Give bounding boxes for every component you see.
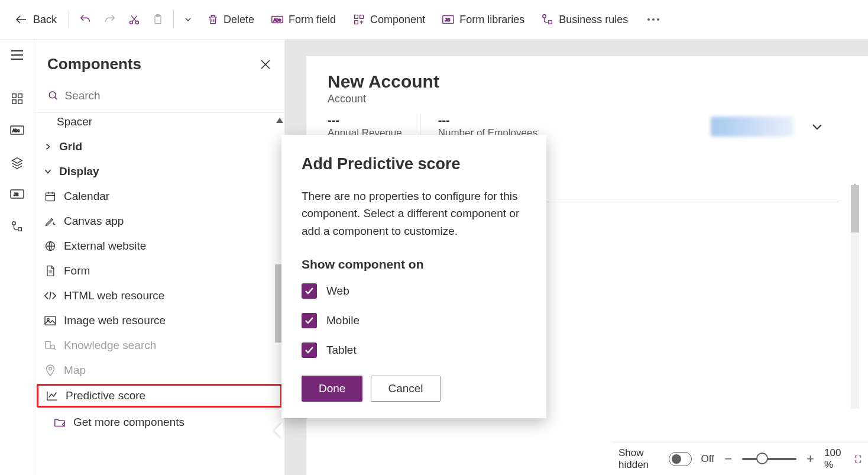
item-image[interactable]: Image web resource (34, 308, 284, 333)
component-button[interactable]: Component (344, 9, 433, 31)
checkbox-checked-icon (302, 313, 317, 328)
business-rules-button[interactable]: Business rules (533, 8, 636, 31)
pen-icon (44, 215, 57, 228)
form-scrollbar[interactable] (851, 185, 859, 409)
check-tablet[interactable]: Tablet (302, 342, 526, 358)
item-form[interactable]: Form (34, 258, 284, 283)
svg-point-31 (51, 345, 55, 349)
svg-rect-17 (18, 94, 21, 98)
rail-js[interactable]: JS (10, 188, 24, 202)
search-input[interactable] (64, 89, 271, 102)
svg-point-15 (657, 18, 659, 21)
svg-point-11 (543, 15, 546, 18)
delete-button[interactable]: Delete (199, 9, 263, 31)
dropdown-button[interactable] (177, 10, 199, 29)
group-grid[interactable]: Grid (34, 134, 284, 159)
cut-button[interactable] (122, 9, 146, 30)
separator (173, 11, 174, 28)
get-more-components[interactable]: Get more components (34, 409, 284, 435)
rail-layers[interactable] (10, 156, 24, 170)
svg-point-14 (652, 18, 655, 21)
js-rail-icon: JS (10, 189, 24, 200)
components-panel: Components Spacer Grid Display Calendar … (34, 40, 285, 475)
ellipsis-icon (647, 18, 660, 21)
chevron-down-icon (183, 15, 193, 24)
form-libraries-label: Form libraries (459, 14, 524, 26)
form-subtitle: Account (328, 93, 847, 105)
rail-components[interactable] (10, 92, 24, 106)
group-display[interactable]: Display (34, 159, 284, 184)
show-hidden-toggle[interactable] (669, 452, 692, 466)
popup-subheading: Show component on (302, 257, 526, 272)
form-title: New Account (328, 72, 847, 92)
svg-point-13 (647, 18, 650, 21)
svg-point-26 (49, 92, 56, 98)
item-spacer[interactable]: Spacer (34, 113, 284, 134)
svg-rect-29 (45, 316, 56, 325)
flow-icon (541, 13, 554, 26)
calendar-icon (44, 190, 57, 203)
svg-rect-19 (18, 100, 21, 104)
zoom-out-button[interactable]: − (724, 453, 733, 466)
item-calendar[interactable]: Calendar (34, 184, 284, 209)
document-icon (44, 264, 57, 277)
bottom-bar: Show hidden Off − + 100 % (613, 442, 868, 475)
svg-point-24 (12, 222, 15, 225)
svg-rect-7 (360, 15, 364, 19)
more-button[interactable] (641, 13, 666, 26)
chevron-down-icon (811, 122, 823, 131)
item-predictive-score[interactable]: Predictive score (37, 384, 282, 408)
form-libraries-button[interactable]: JS Form libraries (433, 9, 533, 31)
undo-icon (79, 13, 92, 26)
item-external[interactable]: External website (34, 234, 284, 258)
zoom-in-button[interactable]: + (806, 453, 815, 466)
globe-icon (44, 240, 57, 253)
close-icon[interactable] (260, 59, 271, 70)
check-mobile[interactable]: Mobile (302, 313, 526, 328)
code-icon (44, 289, 57, 302)
book-search-icon (44, 339, 57, 352)
separator (69, 11, 69, 28)
arrow-left-icon (14, 12, 28, 27)
check-web[interactable]: Web (302, 283, 526, 299)
header-dropdown[interactable] (711, 114, 847, 139)
popup-pointer (274, 422, 283, 439)
done-button[interactable]: Done (302, 376, 362, 402)
delete-label: Delete (224, 14, 254, 26)
svg-rect-27 (46, 193, 55, 201)
back-button[interactable]: Back (6, 8, 65, 31)
abc-icon: Abc (10, 125, 24, 136)
add-predictive-popup: Add Predictive score There are no proper… (281, 135, 546, 418)
search-icon (48, 90, 59, 102)
checkbox-checked-icon (302, 342, 317, 358)
svg-text:JS: JS (445, 17, 451, 22)
layers-icon (10, 156, 24, 169)
item-html[interactable]: HTML web resource (34, 283, 284, 308)
svg-text:Abc: Abc (12, 128, 20, 133)
undo-button[interactable] (73, 8, 98, 31)
panel-scroll[interactable]: Spacer Grid Display Calendar Canvas app … (34, 113, 284, 475)
rail-rules[interactable] (10, 219, 24, 234)
top-toolbar: Back Delete Abc Form field Component JS … (0, 0, 868, 40)
search-box[interactable] (39, 84, 280, 108)
rail-hamburger[interactable] (10, 48, 24, 62)
trash-icon (207, 14, 219, 25)
show-hidden-label: Show hidden (618, 447, 659, 471)
paste-button (146, 9, 170, 30)
redo-button (98, 8, 122, 31)
item-map: Map (34, 358, 284, 383)
form-field-button[interactable]: Abc Form field (263, 9, 344, 31)
rail-formfield[interactable]: Abc (10, 124, 24, 138)
fit-icon[interactable] (854, 453, 862, 465)
pin-icon (44, 364, 57, 377)
item-canvas[interactable]: Canvas app (34, 209, 284, 234)
popup-title: Add Predictive score (302, 155, 526, 173)
svg-rect-8 (355, 21, 358, 24)
cancel-button[interactable]: Cancel (371, 376, 440, 402)
svg-rect-6 (355, 15, 358, 19)
flow-rail-icon (11, 220, 24, 233)
blurred-value (711, 117, 793, 137)
popup-body: There are no properties to configure for… (302, 188, 526, 240)
component-icon (352, 14, 365, 25)
zoom-slider[interactable] (742, 458, 796, 460)
